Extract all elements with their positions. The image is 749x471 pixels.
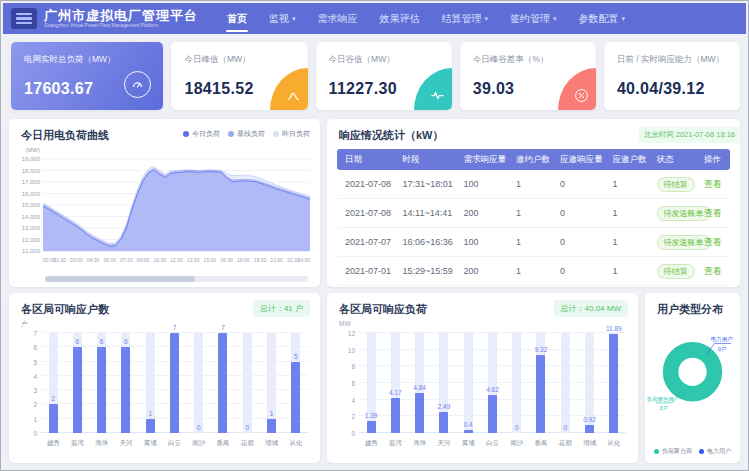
nav-item-1[interactable]: 监视▾ xyxy=(258,3,307,34)
cell-action: 查看 xyxy=(696,170,730,199)
legend-dot-icon xyxy=(183,131,189,137)
table-row: 2021-07-0814:11~14:41200101待发送账单查看 xyxy=(337,199,730,228)
status-badge: 待发送账单 xyxy=(657,206,711,221)
bar-value-label: 7 xyxy=(205,324,241,331)
user-type-panel: 用户类型分布 电力用户0户负荷聚合商3户 负荷聚合商电力用户 xyxy=(645,293,740,463)
legend-item-0[interactable]: 今日负荷 xyxy=(183,129,220,139)
bar xyxy=(267,419,276,433)
view-link[interactable]: 查看 xyxy=(704,237,722,247)
svg-text:15:00: 15:00 xyxy=(204,257,217,263)
svg-text:21:00: 21:00 xyxy=(270,257,283,263)
response-table-header: 日期时段需求响应量邀约户数应邀响应量应邀户数状态操作 xyxy=(337,149,730,170)
kpi-label: 日前 / 实时响应能力（MW） xyxy=(617,54,724,66)
legend-dot-icon xyxy=(228,131,234,137)
legend-item-0[interactable]: 负荷聚合商 xyxy=(654,447,692,456)
svg-text:(MW): (MW) xyxy=(25,147,40,153)
view-link[interactable]: 查看 xyxy=(704,208,722,218)
svg-text:24:00: 24:00 xyxy=(297,257,310,263)
y-axis-unit: MW xyxy=(339,320,351,327)
load-chart-legend: 今日负荷基线负荷昨日负荷 xyxy=(183,129,310,139)
column-header-2: 需求响应量 xyxy=(456,149,509,170)
kpi-card-0: 电网实时总负荷（MW）17603.67 xyxy=(11,42,163,110)
nav-item-label: 首页 xyxy=(227,12,247,26)
legend-label: 昨日负荷 xyxy=(282,129,310,139)
response-stats-panel: 响应情况统计（kW） 北京时间 2021-07-08 18:16 日期时段需求响… xyxy=(327,119,740,287)
bar-column-增城: 1增城 xyxy=(259,333,283,433)
y-tick-label: 2 xyxy=(15,401,37,408)
view-link[interactable]: 查看 xyxy=(704,179,722,189)
datazoom-handle[interactable] xyxy=(45,276,195,282)
response-table: 日期时段需求响应量邀约户数应邀响应量应邀户数状态操作 2021-07-0817:… xyxy=(337,149,730,286)
kpi-value: 39.03 xyxy=(473,80,515,98)
district-users-panel: 各区局可响应户数 总计：41 户 户 012345672越秀6荔湾6海珠6天河1… xyxy=(9,293,320,463)
nav-item-4[interactable]: 结算管理▾ xyxy=(431,3,500,34)
cell-responded: 0 xyxy=(552,228,605,257)
response-table-title: 响应情况统计（kW） xyxy=(339,128,444,143)
percent-icon xyxy=(558,68,596,110)
app-subtitle: Guangzhou Virtual Power Plant Management… xyxy=(44,23,190,28)
cell-status: 待发送账单 xyxy=(649,228,696,257)
bar-columns: 1.39越秀4.17荔湾4.84海珠2.49天河0.4黄埔4.62白云0南沙9.… xyxy=(359,333,626,433)
cell-period: 14:11~14:41 xyxy=(395,199,456,228)
svg-text:0户: 0户 xyxy=(718,346,727,352)
nav-item-2[interactable]: 需求响应 xyxy=(307,3,369,34)
svg-text:06:00: 06:00 xyxy=(103,257,116,263)
nav-item-label: 结算管理 xyxy=(442,12,482,26)
svg-text:12,000: 12,000 xyxy=(22,237,41,243)
cell-date: 2021-07-08 xyxy=(337,199,395,228)
load-curve-panel: 今日用电负荷曲线 今日负荷基线负荷昨日负荷 11,00012,00013,000… xyxy=(9,119,320,287)
peak-chart-icon xyxy=(270,68,308,110)
bar-track xyxy=(243,333,252,433)
bar-column-白云: 4.62白云 xyxy=(480,333,504,433)
y-tick-label: 10 xyxy=(333,347,355,354)
chevron-down-icon: ▾ xyxy=(553,15,557,23)
legend-item-1[interactable]: 基线负荷 xyxy=(228,129,265,139)
datazoom-slider[interactable] xyxy=(45,276,308,282)
bar-column-黄埔: 1黄埔 xyxy=(138,333,162,433)
bar-value-label: 11.89 xyxy=(596,325,632,332)
bar xyxy=(170,333,179,433)
column-header-3: 邀约户数 xyxy=(508,149,552,170)
kpi-label: 今日谷值（MW） xyxy=(329,54,395,66)
bar xyxy=(121,347,130,433)
legend-label: 电力用户 xyxy=(707,447,731,456)
y-tick-label: 3 xyxy=(15,387,37,394)
nav-item-5[interactable]: 签约管理▾ xyxy=(499,3,568,34)
status-badge: 待结算 xyxy=(657,177,695,192)
nav-item-3[interactable]: 效果评估 xyxy=(369,3,431,34)
svg-text:18:00: 18:00 xyxy=(237,257,250,263)
status-badge: 待发送账单 xyxy=(657,235,711,250)
svg-text:14,000: 14,000 xyxy=(22,214,41,220)
bar-track xyxy=(194,333,203,433)
y-tick-label: 7 xyxy=(15,330,37,337)
svg-text:11,000: 11,000 xyxy=(22,248,41,254)
nav-item-0[interactable]: 首页 xyxy=(216,3,258,34)
user-type-donut-chart: 电力用户0户负荷聚合商3户 xyxy=(645,317,740,425)
y-axis-unit: 户 xyxy=(21,320,28,329)
legend-label: 今日负荷 xyxy=(192,129,220,139)
chevron-down-icon: ▾ xyxy=(622,15,626,23)
response-table-body: 2021-07-0817:31~18:01100101待结算查看2021-07-… xyxy=(337,170,730,286)
svg-text:01:30: 01:30 xyxy=(53,257,66,263)
legend-item-1[interactable]: 电力用户 xyxy=(699,447,731,456)
legend-item-2[interactable]: 昨日负荷 xyxy=(273,129,310,139)
bar xyxy=(439,412,448,433)
bar xyxy=(146,419,155,433)
kpi-card-4: 日前 / 实时响应能力（MW）40.04/39.12 xyxy=(604,42,740,110)
district-load-panel: 各区局可响应负荷 总计：40.04 MW MW 0246810121.39越秀4… xyxy=(327,293,638,463)
kpi-label: 今日峰值（MW） xyxy=(184,54,250,66)
legend-label: 负荷聚合商 xyxy=(662,447,692,456)
main-nav: 首页监视▾需求响应效果评估结算管理▾签约管理▾参数配置▾ xyxy=(216,3,636,34)
district-load-chart: 0246810121.39越秀4.17荔湾4.84海珠2.49天河0.4黄埔4.… xyxy=(359,333,626,433)
cell-action: 查看 xyxy=(696,257,730,286)
kpi-value: 11227.30 xyxy=(329,80,397,98)
user-type-title: 用户类型分布 xyxy=(657,302,723,317)
bar-column-番禺: 7番禺 xyxy=(211,333,235,433)
bar-column-从化: 5从化 xyxy=(284,333,308,433)
bar-column-天河: 6天河 xyxy=(114,333,138,433)
bar-column-海珠: 6海珠 xyxy=(90,333,114,433)
nav-item-6[interactable]: 参数配置▾ xyxy=(568,3,637,34)
bar-track xyxy=(561,333,570,433)
bar-column-荔湾: 6荔湾 xyxy=(65,333,89,433)
view-link[interactable]: 查看 xyxy=(704,266,722,276)
